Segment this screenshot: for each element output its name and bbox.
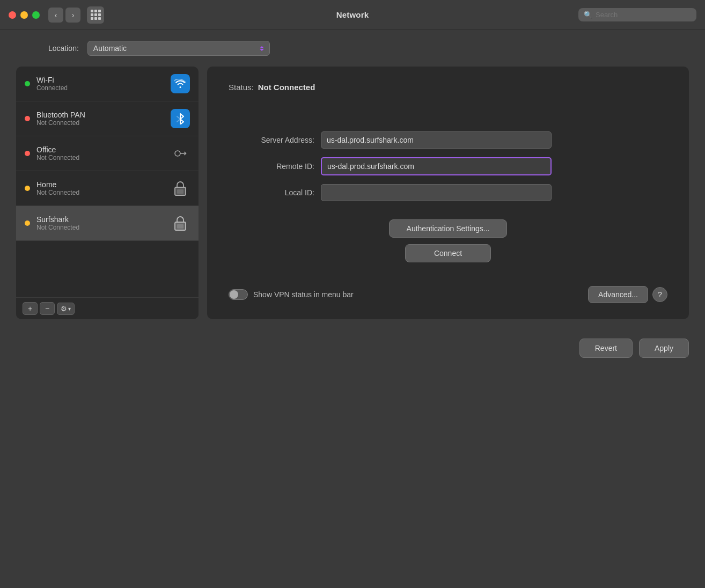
local-id-input[interactable] [321,184,552,201]
item-status-office: Not Connected [36,154,164,161]
item-status-wifi: Connected [36,84,164,92]
local-id-row: Local ID: [229,184,667,201]
item-name-office: Office [36,145,164,154]
nav-buttons: ‹ › [48,8,80,23]
item-text-bluetooth-pan: Bluetooth PAN Not Connected [36,111,164,127]
item-name-home: Home [36,180,164,189]
remote-id-input[interactable] [321,157,552,175]
advanced-button[interactable]: Advanced... [588,286,648,303]
apply-button[interactable]: Apply [639,339,689,358]
auth-settings-button[interactable]: Authentication Settings... [389,219,507,238]
close-button[interactable] [9,11,16,19]
status-label: Status: [229,83,254,92]
status-row: Status: Not Connected [229,83,667,92]
status-dot-surfshark [25,220,30,226]
remote-id-row: Remote ID: [229,157,667,175]
status-dot-home [25,186,30,191]
remove-connection-button[interactable]: − [40,302,55,315]
show-vpn-label: Show VPN status in menu bar [253,290,354,299]
item-name-wifi: Wi-Fi [36,76,164,84]
svg-rect-5 [177,189,183,194]
status-value: Not Connected [258,83,315,92]
status-dot-bluetooth-pan [25,116,30,121]
status-dot-office [25,151,30,156]
sidebar-list: Wi-Fi Connected [16,67,199,297]
search-input[interactable] [596,11,691,19]
local-id-label: Local ID: [229,188,314,197]
show-vpn-toggle[interactable] [229,289,248,300]
location-select[interactable]: Automatic [87,41,270,56]
item-status-surfshark: Not Connected [36,224,164,231]
item-name-bluetooth-pan: Bluetooth PAN [36,111,164,119]
minimize-button[interactable] [20,11,28,19]
remote-id-label: Remote ID: [229,162,314,171]
help-button[interactable]: ? [652,287,667,302]
page-bottom: Revert Apply [0,330,705,366]
right-buttons: Advanced... ? [588,286,667,303]
sidebar-item-home[interactable]: Home Not Connected [16,171,199,206]
grid-view-button[interactable] [87,6,104,24]
window-title: Network [336,10,369,19]
content-area: Wi-Fi Connected [16,67,689,319]
detail-panel: Status: Not Connected Server Address: Re… [207,67,689,319]
form-area: Server Address: Remote ID: Local ID: [229,131,667,201]
item-text-home: Home Not Connected [36,180,164,196]
svg-rect-8 [177,224,183,229]
action-buttons: Authentication Settings... Connect [229,219,667,262]
item-status-bluetooth-pan: Not Connected [36,119,164,127]
item-name-surfshark: Surfshark [36,215,164,224]
server-address-input[interactable] [321,131,552,149]
connect-button[interactable]: Connect [405,244,491,262]
gear-chevron-icon: ▾ [68,306,71,312]
wifi-icon [171,74,190,93]
location-value: Automatic [93,44,127,53]
forward-button[interactable]: › [65,8,80,23]
item-status-home: Not Connected [36,189,164,196]
location-arrows-icon [260,46,264,51]
traffic-lights [9,11,40,19]
surfshark-lock-icon [171,214,190,233]
item-text-wifi: Wi-Fi Connected [36,76,164,92]
show-vpn-row: Show VPN status in menu bar [229,289,354,300]
main-content: Location: Automatic Wi-Fi Connected [0,30,705,330]
bluetooth-icon [171,109,190,128]
sidebar-item-office[interactable]: Office Not Connected [16,136,199,171]
office-icon [171,144,190,163]
sidebar-toolbar: + − ⚙ ▾ [16,297,199,319]
revert-button[interactable]: Revert [579,339,633,358]
svg-point-0 [175,151,180,156]
bottom-bar: Show VPN status in menu bar Advanced... … [229,275,667,303]
item-text-surfshark: Surfshark Not Connected [36,215,164,231]
item-text-office: Office Not Connected [36,145,164,161]
gear-menu-button[interactable]: ⚙ ▾ [57,303,75,315]
sidebar-item-bluetooth-pan[interactable]: Bluetooth PAN Not Connected [16,101,199,136]
sidebar-item-surfshark[interactable]: Surfshark Not Connected [16,206,199,241]
titlebar: ‹ › Network 🔍 [0,0,705,30]
search-bar[interactable]: 🔍 [578,8,696,21]
back-button[interactable]: ‹ [48,8,63,23]
home-lock-icon [171,179,190,198]
status-dot-wifi [25,81,30,86]
add-connection-button[interactable]: + [23,302,38,315]
search-icon: 🔍 [584,11,592,19]
maximize-button[interactable] [32,11,40,19]
location-row: Location: Automatic [16,41,689,56]
location-label: Location: [48,44,79,53]
server-address-row: Server Address: [229,131,667,149]
server-address-label: Server Address: [229,136,314,144]
sidebar: Wi-Fi Connected [16,67,199,319]
gear-icon: ⚙ [61,305,67,313]
sidebar-item-wifi[interactable]: Wi-Fi Connected [16,67,199,101]
